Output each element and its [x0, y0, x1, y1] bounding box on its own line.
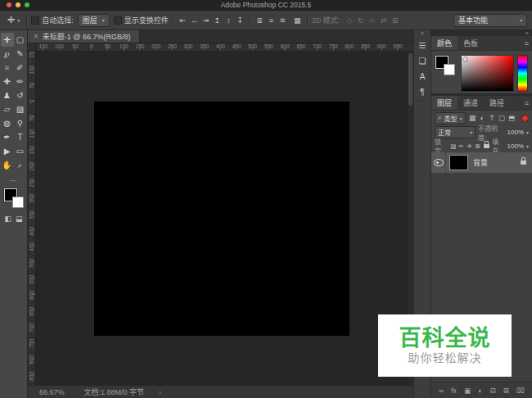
- tab-channels[interactable]: 通道: [458, 96, 484, 110]
- tab-swatches[interactable]: 色板: [458, 36, 484, 50]
- move-tool[interactable]: ✛: [1, 33, 14, 47]
- rectangular-marquee-tool[interactable]: ▢: [14, 33, 27, 47]
- panel-menu-icon[interactable]: ≡: [521, 96, 532, 110]
- 3d-drag-icon[interactable]: ⊹: [367, 15, 377, 26]
- lasso-tool[interactable]: ℘: [1, 47, 14, 61]
- distribute-vertical-centers-icon[interactable]: ≡: [266, 15, 277, 26]
- filter-type-layers-icon[interactable]: T: [488, 114, 497, 122]
- vertical-scrollbar-thumb[interactable]: [408, 53, 413, 106]
- tool-preset-picker[interactable]: ✛ ▾: [5, 14, 22, 26]
- delete-layer-icon[interactable]: ⌧: [516, 387, 525, 395]
- layer-visibility-cell[interactable]: [431, 152, 446, 173]
- libraries-panel-icon[interactable]: ❏: [415, 54, 430, 68]
- tab-paths[interactable]: 路径: [484, 96, 510, 110]
- adjustments-panel-icon[interactable]: ☰: [415, 38, 430, 52]
- zoom-level-field[interactable]: 66.67%: [39, 388, 65, 396]
- 3d-slide-icon[interactable]: ⇄: [378, 15, 389, 26]
- hue-slider[interactable]: [517, 55, 528, 92]
- screen-mode-button[interactable]: ⬓: [16, 215, 23, 223]
- auto-select-target-dropdown[interactable]: 图层 ▾: [78, 14, 110, 27]
- lock-transparent-pixels-icon[interactable]: ▨: [449, 142, 457, 150]
- background-color-swatch[interactable]: [444, 64, 455, 75]
- filter-on-off-toggle[interactable]: [521, 115, 529, 122]
- eyedropper-tool[interactable]: ✐: [14, 61, 27, 75]
- horizontal-type-tool[interactable]: T: [14, 130, 27, 144]
- workspace-switcher-dropdown[interactable]: 基本功能 ▾: [453, 14, 527, 27]
- align-right-edges-icon[interactable]: ⇥: [201, 15, 211, 26]
- close-document-icon[interactable]: ×: [34, 32, 38, 41]
- fill-value[interactable]: 100%: [507, 142, 524, 150]
- layer-thumbnail[interactable]: [449, 155, 468, 170]
- horizontal-ruler[interactable]: 1501005005010015020025030035040045050055…: [36, 43, 413, 52]
- gradient-tool[interactable]: ▨: [14, 102, 27, 116]
- clone-stamp-tool[interactable]: ♟: [1, 88, 14, 102]
- edit-toolbar-button[interactable]: …: [0, 174, 27, 183]
- auto-select-checkbox[interactable]: 自动选择:: [31, 15, 74, 25]
- character-panel-icon[interactable]: A: [415, 70, 430, 84]
- layer-style-icon[interactable]: fx: [451, 387, 457, 395]
- toolbar-extras: ◧ ⬓: [0, 215, 27, 223]
- checkbox-box[interactable]: [114, 16, 122, 25]
- distribute-top-edges-icon[interactable]: ≣: [255, 15, 265, 26]
- collapse-panels-chevron-icon[interactable]: »: [431, 30, 532, 36]
- ruler-corner[interactable]: [28, 43, 36, 52]
- document-canvas[interactable]: [94, 102, 349, 336]
- opacity-value[interactable]: 100%: [507, 129, 524, 136]
- color-picker-cursor[interactable]: [462, 57, 468, 62]
- document-viewport[interactable]: [36, 52, 407, 385]
- crop-tool[interactable]: ⌗: [1, 61, 14, 75]
- tab-layers[interactable]: 图层: [431, 96, 458, 110]
- lock-all-icon[interactable]: [484, 144, 489, 148]
- dodge-tool[interactable]: ⚲: [14, 116, 27, 130]
- lock-position-icon[interactable]: ✛: [466, 142, 473, 150]
- show-transform-controls-label: 显示变换控件: [124, 15, 169, 25]
- paragraph-panel-icon[interactable]: ¶: [415, 85, 430, 99]
- brush-tool[interactable]: ✏: [14, 75, 27, 88]
- align-top-edges-icon[interactable]: ↥: [212, 15, 223, 26]
- lock-image-pixels-icon[interactable]: ✏: [458, 142, 465, 150]
- distribute-bottom-edges-icon[interactable]: ≋: [277, 15, 288, 26]
- layer-group-icon[interactable]: ⊟: [490, 387, 496, 395]
- saturation-brightness-field[interactable]: [461, 55, 514, 92]
- 3d-rotate-icon[interactable]: ◇: [344, 15, 354, 26]
- new-layer-icon[interactable]: ⊞: [503, 387, 509, 395]
- quick-selection-tool[interactable]: ✎: [14, 47, 27, 61]
- path-selection-tool[interactable]: ▶: [1, 144, 14, 158]
- align-left-edges-icon[interactable]: ⇤: [178, 15, 188, 26]
- adjustment-layer-icon[interactable]: ◐: [478, 387, 482, 395]
- background-color-swatch[interactable]: [12, 197, 24, 208]
- 3d-scale-icon[interactable]: ⊞: [390, 15, 400, 26]
- lock-artboard-icon[interactable]: ⊞: [474, 142, 481, 150]
- filter-pixel-layers-icon[interactable]: ▦: [468, 114, 477, 122]
- filter-shape-layers-icon[interactable]: ▢: [498, 114, 507, 122]
- layers-panel-header: 图层 通道 路径 ≡: [431, 96, 532, 111]
- eraser-tool[interactable]: ▱: [1, 102, 14, 116]
- document-tab[interactable]: × 未标题-1 @ 66.7%(RGB/8): [28, 30, 140, 43]
- link-layers-icon[interactable]: ∞: [439, 387, 444, 395]
- history-brush-tool[interactable]: ↺: [14, 88, 27, 102]
- filter-adjustment-layers-icon[interactable]: ◐: [478, 114, 487, 122]
- vertical-ruler[interactable]: 1501005005010015020025030035040045050055…: [28, 52, 36, 385]
- auto-align-layers-button[interactable]: ▦: [292, 15, 303, 26]
- panel-menu-icon[interactable]: ≡: [521, 36, 532, 50]
- spot-healing-brush-tool[interactable]: ✚: [1, 75, 14, 88]
- align-horizontal-centers-icon[interactable]: ↔: [189, 15, 200, 26]
- layer-filter-type-dropdown[interactable]: ⌕ 类型 ▾: [435, 112, 466, 124]
- filter-smart-objects-icon[interactable]: ⬒: [507, 114, 516, 122]
- show-transform-controls-checkbox[interactable]: 显示变换控件: [114, 15, 169, 25]
- hand-tool[interactable]: ✋: [1, 158, 14, 172]
- pen-tool[interactable]: ✒: [1, 130, 14, 144]
- checkbox-box[interactable]: [31, 16, 39, 25]
- layer-mask-icon[interactable]: ▣: [464, 387, 471, 395]
- status-options-arrow-icon[interactable]: ›: [159, 388, 161, 396]
- quick-mask-mode-button[interactable]: ◧: [4, 215, 11, 223]
- layer-row-background[interactable]: 背景: [431, 152, 532, 173]
- rectangle-tool[interactable]: ▭: [14, 144, 27, 158]
- 3d-roll-icon[interactable]: ↻: [355, 15, 366, 26]
- blur-tool[interactable]: ◍: [1, 116, 14, 130]
- align-bottom-edges-icon[interactable]: ↧: [235, 15, 246, 26]
- align-vertical-centers-icon[interactable]: ↕: [223, 15, 234, 26]
- expand-dock-chevron-icon[interactable]: «: [414, 30, 431, 37]
- zoom-tool[interactable]: ⌕: [14, 158, 27, 172]
- tab-color[interactable]: 颜色: [431, 36, 458, 50]
